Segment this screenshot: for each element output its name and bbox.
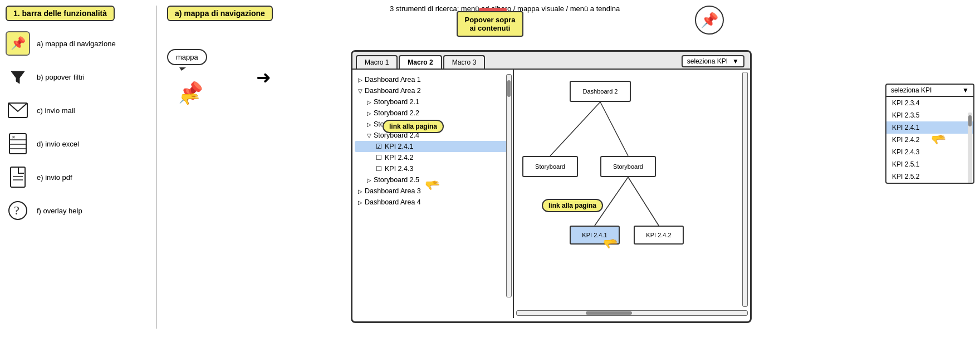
tree-item-label: KPI 2.4.3 bbox=[385, 165, 413, 173]
middle-section: a) mappa di navigazione mappa 📌 🫳 ➜ bbox=[167, 6, 356, 104]
arrow-right-icon: ➜ bbox=[256, 67, 271, 88]
kpi-dropdown-scrollbar-thumb bbox=[968, 115, 972, 126]
tree-item-label: Dashboard Area 2 bbox=[365, 87, 421, 95]
tab-macro1[interactable]: Macro 1 bbox=[356, 55, 398, 69]
tree-item-label: Storyboard 2.5 bbox=[374, 176, 419, 184]
tab-macro2[interactable]: Macro 2 bbox=[399, 55, 442, 69]
browser-mockup: Macro 1 Macro 2 Macro 3 seleziona KPI ▼ … bbox=[351, 50, 752, 323]
checkbox-unchecked-icon: ☐ bbox=[376, 154, 382, 162]
expand-icon: ▽ bbox=[358, 88, 362, 94]
tree-item-label: Dashboard Area 3 bbox=[365, 187, 421, 195]
tree-item-label: Dashboard Area 4 bbox=[365, 198, 421, 206]
tree-item-sb23[interactable]: ▷ Storyboard 2.3 link alla pagina bbox=[355, 119, 511, 130]
kpi-item-243[interactable]: KPI 2.4.3 bbox=[886, 146, 973, 158]
tree-item-sb22[interactable]: ▷ Storyboard 2.2 bbox=[355, 107, 511, 119]
tree-item-label: KPI 2.4.1 bbox=[385, 143, 413, 150]
collapse-icon: ▷ bbox=[358, 77, 362, 83]
expand-icon: ▽ bbox=[367, 133, 371, 139]
tree-item-da2[interactable]: ▽ Dashboard Area 2 bbox=[355, 85, 511, 96]
pin-icon: 📌 bbox=[6, 31, 30, 56]
checkbox-unchecked-icon: ☐ bbox=[376, 165, 382, 173]
vertical-divider bbox=[156, 6, 157, 329]
map-connector-lines bbox=[514, 70, 750, 318]
map-node-storyboard-right[interactable]: Storyboard bbox=[600, 156, 656, 177]
map-panel: Dashboard 2 Storyboard Storyboard KPI 2.… bbox=[514, 70, 750, 318]
svg-text:✕: ✕ bbox=[12, 135, 16, 140]
kpi-item-235[interactable]: KPI 2.3.5 bbox=[886, 109, 973, 121]
tree-item-label: Dashboard Area 1 bbox=[365, 76, 421, 84]
tab-macro3[interactable]: Macro 3 bbox=[443, 55, 485, 69]
feature-mail-label: c) invio mail bbox=[37, 106, 75, 115]
svg-line-12 bbox=[550, 102, 600, 156]
tree-item-kpi242[interactable]: ☐ KPI 2.4.2 bbox=[355, 152, 511, 163]
hand-cursor-tree: 🫳 bbox=[425, 178, 440, 193]
checkbox-checked-icon: ☑ bbox=[376, 143, 382, 150]
collapse-icon: ▷ bbox=[358, 199, 362, 206]
tree-item-label: KPI 2.4.2 bbox=[385, 154, 413, 162]
kpi-select-top[interactable]: seleziona KPI ▼ bbox=[682, 55, 744, 67]
feature-excel: ✕ d) invio excel bbox=[6, 131, 150, 156]
tree-item-da4[interactable]: ▷ Dashboard Area 4 bbox=[355, 197, 511, 208]
hand-cursor-map: 🫳 bbox=[603, 237, 618, 251]
kpi-select-arrow-icon: ▼ bbox=[732, 57, 739, 65]
mail-icon bbox=[6, 98, 30, 123]
speech-bubble: mappa bbox=[167, 49, 207, 65]
kpi-dropdown-scrollbar[interactable] bbox=[968, 113, 972, 184]
svg-text:?: ? bbox=[14, 203, 19, 217]
browser-content: ▷ Dashboard Area 1 ▽ Dashboard Area 2 ▷ … bbox=[352, 70, 750, 318]
kpi-item-242[interactable]: KPI 2.4.2 bbox=[886, 134, 973, 146]
map-node-label: Storyboard bbox=[613, 163, 643, 170]
feature-filter-label: b) popover filtri bbox=[37, 73, 85, 81]
nav-map-section-title: a) mappa di navigazione bbox=[167, 6, 273, 21]
feature-excel-label: d) invio excel bbox=[37, 140, 79, 148]
link-badge-map: link alla pagina bbox=[542, 199, 603, 212]
kpi-item-241[interactable]: KPI 2.4.1 bbox=[886, 121, 973, 134]
tree-item-kpi241[interactable]: ☑ KPI 2.4.1 bbox=[355, 141, 511, 152]
collapse-icon: ▷ bbox=[358, 188, 362, 194]
kpi-dropdown-header[interactable]: seleziona KPI ▼ bbox=[886, 85, 973, 97]
feature-filter: b) popover filtri bbox=[6, 65, 150, 89]
feature-help: ? f) overlay help bbox=[6, 198, 150, 223]
feature-nav-map-label: a) mappa di navigazione bbox=[37, 40, 116, 48]
kpi-item-252[interactable]: KPI 2.5.2 bbox=[886, 170, 973, 183]
map-node-label: Dashboard 2 bbox=[583, 88, 618, 95]
tree-panel: ▷ Dashboard Area 1 ▽ Dashboard Area 2 ▷ … bbox=[352, 70, 514, 318]
tree-scrollbar-thumb bbox=[507, 80, 511, 97]
collapse-icon: ▷ bbox=[367, 99, 371, 105]
map-node-dashboard2[interactable]: Dashboard 2 bbox=[570, 81, 631, 102]
tree-item-da1[interactable]: ▷ Dashboard Area 1 bbox=[355, 74, 511, 85]
feature-help-label: f) overlay help bbox=[37, 207, 82, 215]
kpi-item-251[interactable]: KPI 2.5.1 bbox=[886, 158, 973, 170]
tree-scrollbar[interactable] bbox=[506, 74, 512, 297]
excel-icon: ✕ bbox=[6, 131, 30, 156]
filter-icon bbox=[6, 65, 30, 89]
tree-item-label: Storyboard 2.1 bbox=[374, 98, 419, 106]
kpi-item-234[interactable]: KPI 2.3.4 bbox=[886, 97, 973, 109]
feature-nav-map: 📌 a) mappa di navigazione bbox=[6, 31, 150, 56]
feature-pdf: e) invio pdf bbox=[6, 165, 150, 189]
kpi-select-label: seleziona KPI bbox=[687, 57, 728, 65]
pin-top-right-icon: 📌 bbox=[695, 6, 724, 35]
svg-line-13 bbox=[600, 102, 628, 156]
left-panel: 1. barra delle funzionalità 📌 a) mappa d… bbox=[6, 6, 150, 232]
hand-pointing-icon: 🫳 bbox=[180, 90, 200, 108]
map-node-storyboard-left[interactable]: Storyboard bbox=[522, 156, 578, 177]
kpi-dropdown-header-label: seleziona KPI bbox=[891, 86, 932, 94]
tree-item-kpi243[interactable]: ☐ KPI 2.4.3 bbox=[355, 163, 511, 174]
pdf-icon bbox=[6, 165, 30, 189]
tree-item-sb21[interactable]: ▷ Storyboard 2.1 bbox=[355, 96, 511, 107]
popover-note: Popover sopra ai contenuti bbox=[457, 11, 523, 37]
browser-tabs-bar: Macro 1 Macro 2 Macro 3 seleziona KPI ▼ bbox=[352, 52, 750, 70]
svg-marker-0 bbox=[11, 71, 24, 84]
map-node-label: Storyboard bbox=[535, 163, 565, 170]
kpi-dropdown-panel: seleziona KPI ▼ KPI 2.3.4 KPI 2.3.5 KPI … bbox=[885, 84, 974, 184]
collapse-icon: ▷ bbox=[367, 177, 371, 183]
feature-mail: c) invio mail bbox=[6, 98, 150, 123]
map-scrollbar-horizontal[interactable] bbox=[516, 310, 748, 316]
map-scrollbar-h-thumb bbox=[586, 311, 632, 315]
kpi-dropdown-arrow-icon: ▼ bbox=[962, 86, 969, 94]
collapse-icon: ▷ bbox=[367, 121, 371, 128]
map-scrollbar-vertical[interactable] bbox=[742, 72, 748, 307]
map-node-kpi242[interactable]: KPI 2.4.2 bbox=[634, 226, 684, 245]
collapse-icon: ▷ bbox=[367, 110, 371, 116]
